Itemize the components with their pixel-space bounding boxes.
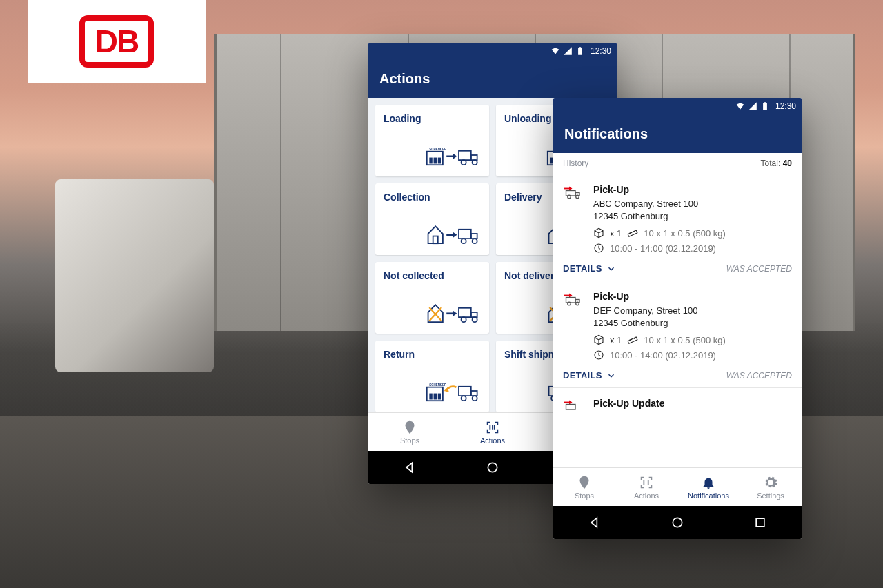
app-bar-title: Actions xyxy=(379,71,430,87)
svg-point-40 xyxy=(473,396,477,401)
nav-actions[interactable]: Actions xyxy=(615,468,677,506)
recents-icon[interactable] xyxy=(753,516,767,529)
pickup-update-icon xyxy=(563,398,584,416)
svg-point-7 xyxy=(462,160,466,165)
nav-label: Actions xyxy=(634,491,659,500)
svg-text:SCHENKER: SCHENKER xyxy=(429,383,447,387)
app-bar-title: Notifications xyxy=(564,126,648,142)
details-button[interactable]: DETAILS xyxy=(563,370,616,381)
status-bar: 12:30 xyxy=(553,98,802,114)
notification-card[interactable]: Pick-Up ABC Company, Street 100 12345 Go… xyxy=(553,174,802,281)
action-card-return[interactable]: Return SCHENKER xyxy=(375,341,489,412)
nav-stops[interactable]: Stops xyxy=(553,468,615,506)
svg-rect-38 xyxy=(471,391,477,396)
svg-rect-26 xyxy=(459,308,471,317)
nav-stops[interactable]: Stops xyxy=(368,413,451,451)
action-label: Return xyxy=(384,349,481,360)
bottom-nav-notifications: Stops Actions Notifications Settings xyxy=(553,467,802,506)
notifications-list[interactable]: Pick-Up ABC Company, Street 100 12345 Go… xyxy=(553,174,802,467)
svg-text:SCHENKER: SCHENKER xyxy=(429,148,447,151)
svg-rect-63 xyxy=(566,405,576,410)
svg-point-21 xyxy=(473,239,477,243)
svg-rect-35 xyxy=(438,394,441,400)
time-value: 10:00 - 14:00 (02.12.2019) xyxy=(610,243,716,254)
home-icon[interactable] xyxy=(671,516,684,529)
wifi-icon xyxy=(735,101,745,111)
history-label: History xyxy=(563,159,588,168)
svg-rect-27 xyxy=(471,312,477,317)
qty-value: x 1 xyxy=(610,335,622,345)
status-time: 12:30 xyxy=(591,46,611,56)
signal-icon xyxy=(748,101,757,111)
action-label: Loading xyxy=(384,113,481,124)
truck-cab-graphic xyxy=(55,179,214,372)
svg-rect-19 xyxy=(471,234,477,239)
scan-icon xyxy=(485,420,500,435)
clock-icon xyxy=(593,243,604,254)
gear-icon xyxy=(763,475,778,490)
action-label: Not collected xyxy=(384,270,481,281)
home-icon[interactable] xyxy=(486,460,499,474)
svg-point-29 xyxy=(473,317,477,322)
qty-value: x 1 xyxy=(610,228,622,239)
svg-rect-65 xyxy=(756,518,764,527)
action-label: Collection xyxy=(384,192,481,203)
svg-point-39 xyxy=(462,396,466,401)
svg-rect-18 xyxy=(459,230,471,239)
return-icon: SCHENKER xyxy=(426,378,481,407)
db-logo: DB xyxy=(79,15,154,68)
svg-rect-57 xyxy=(566,298,576,303)
notification-card[interactable]: Pick-Up DEF Company, Street 100 12345 Go… xyxy=(553,281,802,388)
notification-type: Pick-Up Update xyxy=(593,398,792,409)
collection-icon xyxy=(426,221,481,250)
status-time: 12:30 xyxy=(775,101,796,111)
ruler-icon xyxy=(627,334,638,345)
svg-rect-55 xyxy=(628,230,637,236)
stops-icon xyxy=(402,420,417,435)
nav-label: Stops xyxy=(575,491,594,500)
svg-point-60 xyxy=(576,302,579,305)
notification-status: WAS ACCEPTED xyxy=(726,371,792,381)
app-bar-notifications: Notifications xyxy=(553,114,802,153)
svg-rect-6 xyxy=(471,155,477,160)
total-label: Total: 40 xyxy=(761,159,792,168)
notification-address: ABC Company, Street 100 12345 Gothenburg xyxy=(593,198,792,222)
action-card-not-collected[interactable]: Not collected xyxy=(375,262,489,334)
battery-icon xyxy=(760,101,770,111)
time-value: 10:00 - 14:00 (02.12.2019) xyxy=(610,350,716,361)
notification-type: Pick-Up xyxy=(593,184,792,195)
nav-actions[interactable]: Actions xyxy=(451,413,534,451)
details-button[interactable]: DETAILS xyxy=(563,263,616,274)
svg-point-64 xyxy=(673,518,682,527)
svg-point-28 xyxy=(462,317,466,322)
package-icon xyxy=(593,227,604,239)
svg-rect-51 xyxy=(566,191,576,196)
action-card-collection[interactable]: Collection xyxy=(375,183,489,255)
signal-icon xyxy=(563,46,573,56)
battery-icon xyxy=(575,46,585,56)
back-icon[interactable] xyxy=(403,460,417,474)
android-nav xyxy=(553,506,802,539)
svg-point-54 xyxy=(576,195,579,199)
svg-rect-5 xyxy=(459,151,471,160)
svg-point-20 xyxy=(462,239,466,243)
db-logo-card: DB xyxy=(28,0,206,83)
nav-notifications[interactable]: Notifications xyxy=(677,468,740,506)
chevron-down-icon xyxy=(606,264,616,274)
notifications-subheader: History Total: 40 xyxy=(553,153,802,174)
action-card-loading[interactable]: Loading SCHENKER xyxy=(375,105,489,176)
notification-card[interactable]: Pick-Up Update xyxy=(553,388,802,416)
back-icon[interactable] xyxy=(588,516,602,529)
clock-icon xyxy=(593,349,604,361)
nav-settings[interactable]: Settings xyxy=(740,468,802,506)
notification-address: DEF Company, Street 100 12345 Gothenburg xyxy=(593,305,792,329)
svg-rect-34 xyxy=(434,394,437,400)
svg-rect-61 xyxy=(628,337,637,343)
svg-rect-17 xyxy=(433,236,438,244)
not-collected-icon xyxy=(426,299,481,328)
phone-notifications: 12:30 Notifications History Total: 40 Pi… xyxy=(553,98,802,539)
svg-rect-3 xyxy=(438,158,441,164)
pickup-icon xyxy=(563,184,584,254)
nav-label: Notifications xyxy=(688,491,729,500)
dimensions-value: 10 x 1 x 0.5 (500 kg) xyxy=(644,228,726,239)
